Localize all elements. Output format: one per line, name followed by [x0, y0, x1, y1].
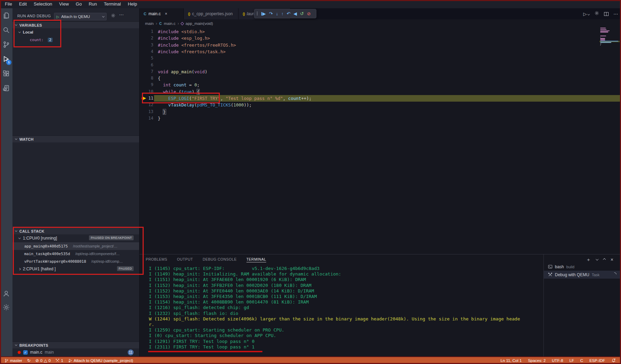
- panel-tab-problems[interactable]: PROBLEMS: [146, 257, 167, 262]
- menu-item-file[interactable]: File: [1, 0, 16, 8]
- code-editor[interactable]: 1#include <stdio.h>2#include <esp_log.h>…: [140, 28, 621, 254]
- code-text: {: [158, 75, 161, 82]
- activity-item-manage[interactable]: [0, 300, 12, 315]
- notifications-bell-icon[interactable]: [609, 358, 618, 363]
- tab-c_cpp_properties.json[interactable]: {}c_cpp_properties.json: [184, 8, 238, 19]
- debug-disconnect-button[interactable]: ⊘: [307, 11, 311, 16]
- thread-row-cpu1[interactable]: 2:CPU#1 [halted ] PAUSED: [12, 265, 139, 273]
- menu-item-run[interactable]: Run: [85, 0, 100, 8]
- start-debug-icon[interactable]: ▷: [56, 15, 59, 19]
- breadcrumb[interactable]: main › C main.c › app_main(void): [140, 19, 621, 28]
- menu-item-edit[interactable]: Edit: [16, 0, 30, 8]
- run-or-debug-button[interactable]: ▷: [583, 11, 590, 17]
- frame-path: /root/test/sample_project/…: [73, 244, 117, 248]
- end-of-line[interactable]: LF: [567, 358, 576, 363]
- terminal-line: I (1151) heap_init: At 3FFAE6E0 len 0000…: [149, 277, 520, 282]
- code-text: vTaskDelay(pdMS_TO_TICKS(1000));: [158, 102, 252, 108]
- debug-step-over-button[interactable]: ↷: [269, 11, 273, 16]
- panel-tab-debug-console[interactable]: DEBUG CONSOLE: [203, 257, 237, 262]
- launch-config-dropdown[interactable]: ▷ Attach to QEMU: [54, 13, 107, 20]
- code-text: void app_main(void): [158, 68, 207, 75]
- frame-function: app_main@0x400d5175: [24, 244, 68, 249]
- debug-step-into-button[interactable]: ↓: [276, 11, 278, 16]
- esp-idf-explorer-icon: [2, 84, 10, 92]
- activity-item-search[interactable]: [0, 23, 12, 37]
- token: [158, 96, 168, 101]
- debug-session-item[interactable]: Attach to QEMU (sample_project): [66, 358, 136, 363]
- breakpoint-checkbox[interactable]: ✓: [23, 350, 28, 355]
- breadcrumb-file[interactable]: main.c: [164, 21, 176, 26]
- stack-frame-row[interactable]: main_task@0x400e535d /opt/esp-idf/compon…: [12, 250, 139, 258]
- search-icon: [2, 26, 10, 34]
- terminal-name: bash: [555, 264, 564, 269]
- stack-frame-row[interactable]: app_main@0x400d5175 /root/test/sample_pr…: [12, 242, 139, 250]
- debug-step-back-button[interactable]: ↶: [287, 11, 290, 16]
- activity-item-extensions[interactable]: [0, 66, 12, 81]
- token: count: [173, 82, 187, 87]
- token: ,: [283, 96, 288, 101]
- stack-frame-row[interactable]: vPortTaskWrapper@0x40088018 /opt/esp-idf…: [12, 258, 139, 265]
- terminal-name: Debug with QEMU: [555, 272, 589, 277]
- panel-tab-terminal[interactable]: TERMINAL: [246, 257, 266, 262]
- debug-reverse-continue-button[interactable]: ◀: [294, 11, 297, 16]
- activity-item-source-control[interactable]: [0, 37, 12, 52]
- more-actions-icon[interactable]: ⋯: [613, 11, 618, 17]
- token: (: [189, 96, 192, 101]
- more-actions-icon[interactable]: ⋯: [119, 12, 124, 17]
- sync-changes-item[interactable]: ↻: [25, 358, 33, 363]
- esp-idf-extension-item[interactable]: ESP-IDF: [587, 358, 608, 363]
- language-mode[interactable]: C: [578, 358, 585, 363]
- variable-name: count:: [30, 38, 44, 42]
- activity-item-run-and-debug[interactable]: 1: [0, 52, 12, 66]
- problems-item[interactable]: ⊘ 0 △ 0: [33, 358, 53, 363]
- menu-item-view[interactable]: View: [56, 0, 72, 8]
- breakpoint-row[interactable]: ✓ main.c main 11: [12, 348, 139, 356]
- git-branch-item[interactable]: master: [2, 358, 25, 363]
- call-stack-section-header[interactable]: CALL STACK: [12, 227, 139, 234]
- debug-gear-icon[interactable]: [594, 11, 599, 17]
- thread-row-cpu0[interactable]: 1:CPU#0 [running] PAUSED ON BREAKPOINT: [12, 234, 139, 242]
- terminal-line: I (1152) heap_init: At 3FFE0440 len 0000…: [149, 288, 520, 294]
- watch-section-header[interactable]: WATCH: [12, 136, 139, 142]
- menu-item-selection[interactable]: Selection: [30, 0, 55, 8]
- code-line-3: 3#include <freertos/FreeRTOS.h>: [140, 42, 621, 48]
- line-number: 11: [148, 95, 153, 102]
- explorer-icon: [2, 12, 10, 19]
- activity-item-esp-idf-explorer[interactable]: [0, 81, 12, 95]
- debug-restart-button[interactable]: ↺: [300, 11, 304, 16]
- variable-row-count[interactable]: count:2: [12, 36, 139, 44]
- debug-continue-button[interactable]: ▶: [261, 11, 266, 16]
- activity-item-accounts[interactable]: [0, 286, 12, 301]
- debug-step-out-button[interactable]: ↑: [281, 11, 284, 16]
- code-text: }: [158, 109, 166, 115]
- debug-attach-icon: [68, 358, 72, 363]
- token: #include: [158, 43, 179, 48]
- method-symbol-icon: [181, 22, 184, 25]
- tasks-item[interactable]: 1: [53, 358, 65, 363]
- indentation-setting[interactable]: Spaces: 2: [525, 358, 548, 363]
- debug-settings-gear-icon[interactable]: [111, 13, 116, 19]
- variables-scope-local[interactable]: Local: [12, 28, 139, 36]
- panel-tab-output[interactable]: OUTPUT: [177, 257, 193, 262]
- file-encoding[interactable]: UTF-8: [549, 358, 566, 363]
- menu-item-help[interactable]: Help: [124, 0, 141, 8]
- close-tab-icon[interactable]: ×: [165, 11, 167, 16]
- tab-main.c[interactable]: Cmain.c×: [140, 8, 184, 19]
- thread-status-badge: PAUSED: [117, 266, 134, 271]
- run-and-debug-sidebar: RUN AND DEBUG ▷ Attach to QEMU ⋯ VARIABL…: [12, 8, 140, 356]
- terminal-detail: Task: [592, 273, 600, 277]
- terminal-list-item-bash[interactable]: bash build: [544, 263, 621, 271]
- drag-grip-icon[interactable]: [256, 11, 258, 16]
- breadcrumb-symbol[interactable]: app_main(void): [186, 21, 213, 26]
- split-editor-icon[interactable]: [604, 12, 609, 16]
- breadcrumb-folder[interactable]: main: [145, 21, 154, 26]
- activity-item-explorer[interactable]: [0, 8, 12, 23]
- menu-item-terminal[interactable]: Terminal: [100, 0, 124, 8]
- terminal-line: I (1152) heap_init: At 3FFB2FE0 len 0002…: [149, 283, 520, 288]
- menu-item-go[interactable]: Go: [72, 0, 85, 8]
- variables-section-header[interactable]: VARIABLES: [12, 21, 139, 28]
- token: [158, 89, 163, 94]
- cursor-position[interactable]: Ln 11, Col 1: [498, 358, 524, 363]
- breakpoints-section-header[interactable]: BREAKPOINTS: [12, 342, 139, 348]
- terminal-list-item-debug-qemu[interactable]: Debug with QEMU Task: [544, 271, 621, 279]
